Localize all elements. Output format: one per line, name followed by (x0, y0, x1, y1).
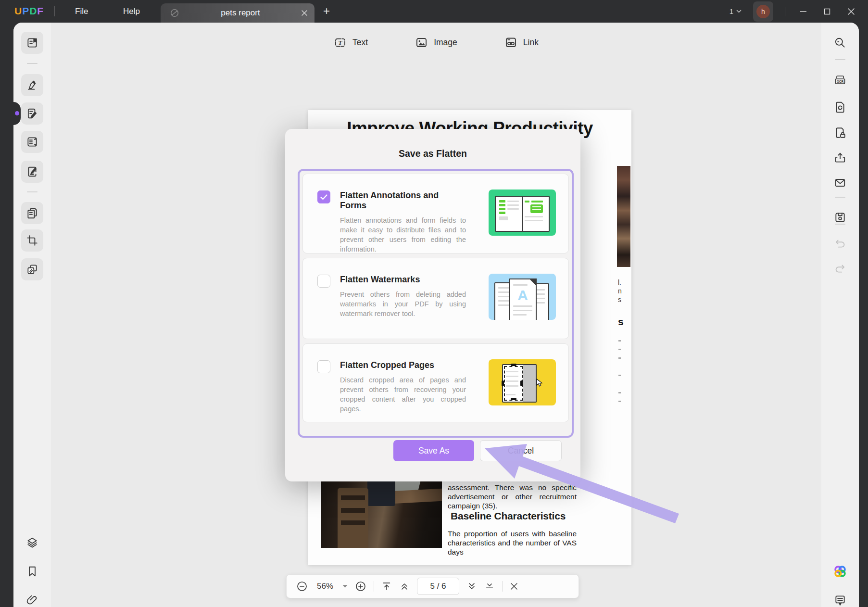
cancel-button[interactable]: Cancel (480, 440, 562, 461)
page-photo-sliver (617, 166, 630, 267)
chevron-down-icon (736, 10, 742, 13)
option-description: Flatten annotations and form fields to m… (340, 215, 466, 254)
titlebar: UPDF File Help pets report + 1 h (0, 0, 868, 23)
active-tool-dot (15, 111, 19, 115)
tab-title: pets report (180, 8, 301, 18)
rail-divider (835, 197, 845, 198)
zoom-in-icon[interactable] (355, 581, 366, 592)
zoom-level[interactable]: 56% (315, 582, 335, 591)
first-page-icon[interactable] (381, 581, 392, 592)
image-tool[interactable]: Image (415, 36, 457, 49)
option-description: Discard cropped area of pages and preven… (340, 375, 466, 414)
window-separator (785, 7, 785, 16)
titlebar-separator (54, 6, 55, 16)
cropped-pages-illustration (489, 359, 556, 405)
annotate-icon[interactable] (21, 74, 43, 96)
last-page-icon[interactable] (484, 581, 495, 592)
reader-mode-icon[interactable] (21, 32, 43, 54)
option-flatten-cropped-pages[interactable]: Flatten Cropped Pages Discard cropped ar… (302, 343, 569, 422)
undo-icon[interactable] (829, 232, 851, 254)
search-icon[interactable] (829, 32, 851, 54)
text-fragment: s (618, 316, 624, 328)
attachment-icon[interactable] (21, 589, 43, 607)
toolbar-divider (374, 581, 374, 592)
convert-icon[interactable] (829, 96, 851, 118)
updf-logo: UPDF (14, 5, 44, 17)
text-fragment (618, 392, 621, 393)
dialog-options-group: Flatten Annotations and Forms Flatten an… (298, 169, 574, 438)
next-page-icon[interactable] (466, 581, 477, 592)
save-icon[interactable] (829, 206, 851, 228)
text-fragment (618, 375, 621, 376)
zoom-dropdown-caret[interactable] (342, 584, 348, 588)
tab-close-icon[interactable] (301, 10, 308, 16)
right-tool-rail: OCR (821, 23, 859, 607)
page-paragraph: assessment. There was no specific advert… (448, 483, 577, 511)
previous-page-icon[interactable] (399, 581, 410, 592)
ai-assistant-icon[interactable] (829, 560, 851, 582)
feedback-icon[interactable] (829, 589, 851, 607)
organize-icon[interactable] (21, 131, 43, 153)
link-tool[interactable]: Link (504, 36, 539, 49)
zoom-out-icon[interactable] (296, 581, 308, 592)
rail-divider (835, 224, 845, 225)
bookmark-icon[interactable] (21, 560, 43, 582)
flatten-annotations-checkbox[interactable] (317, 190, 330, 203)
text-fragment (618, 349, 621, 350)
rail-divider (835, 59, 845, 60)
document-tab[interactable]: pets report (161, 3, 314, 23)
watermarks-illustration: A (489, 274, 556, 320)
page-heading: Baseline Characteristics (448, 510, 577, 522)
link-tool-icon (504, 36, 517, 49)
option-description: Prevent others from deleting added water… (340, 290, 466, 318)
crop-icon[interactable] (21, 229, 43, 252)
layers-icon[interactable] (21, 531, 43, 554)
slideshow-icon[interactable] (21, 258, 43, 280)
ocr-icon[interactable]: OCR (829, 69, 851, 91)
tab-pen-slash-icon (169, 8, 180, 18)
email-icon[interactable] (829, 172, 851, 194)
pages-copy-icon[interactable] (21, 202, 43, 224)
image-tool-icon (415, 36, 428, 49)
save-as-button[interactable]: Save As (393, 440, 474, 461)
edit-toolbar: T Text Image Link (51, 36, 821, 49)
page-paragraph: The proportion of users with baseline ch… (448, 530, 577, 557)
sign-icon[interactable] (21, 161, 43, 183)
option-flatten-annotations[interactable]: Flatten Annotations and Forms Flatten an… (302, 174, 569, 253)
flatten-watermarks-checkbox[interactable] (317, 275, 330, 288)
page-indicator[interactable]: 5 / 6 (417, 578, 459, 595)
text-fragment (618, 340, 621, 341)
option-title: Flatten Cropped Pages (340, 360, 466, 370)
cursor-icon (536, 379, 543, 389)
menu-help[interactable]: Help (116, 0, 147, 23)
rail-divider (27, 63, 38, 64)
option-title: Flatten Annotations and Forms (340, 190, 466, 211)
option-flatten-watermarks[interactable]: Flatten Watermarks Prevent others from d… (302, 258, 569, 339)
rail-divider (27, 191, 38, 192)
dialog-title: Save as Flatten (285, 148, 580, 159)
text-fragment: n (618, 287, 622, 295)
text-fragment: l. (618, 278, 621, 286)
maximize-button[interactable] (821, 5, 833, 18)
menu-file[interactable]: File (68, 0, 95, 23)
toolbar-divider (502, 581, 503, 592)
text-tool[interactable]: T Text (334, 36, 368, 49)
svg-text:T: T (339, 39, 343, 46)
page-navigation-toolbar: 56% 5 / 6 (286, 574, 579, 598)
svg-text:OCR: OCR (837, 80, 844, 83)
option-title: Flatten Watermarks (340, 275, 466, 285)
new-tab-button[interactable]: + (323, 4, 330, 18)
document-count-dropdown[interactable]: 1 (730, 7, 742, 15)
account-avatar[interactable]: h (753, 1, 773, 22)
text-fragment: s (618, 296, 621, 304)
redo-icon[interactable] (829, 257, 851, 279)
share-icon[interactable] (829, 147, 851, 169)
text-fragment (618, 357, 621, 359)
flatten-cropped-pages-checkbox[interactable] (317, 360, 330, 373)
edit-icon[interactable] (21, 102, 43, 125)
close-window-button[interactable] (845, 5, 857, 18)
minimize-button[interactable] (797, 5, 809, 18)
close-toolbar-icon[interactable] (510, 582, 518, 591)
annotations-illustration (489, 190, 556, 236)
protect-icon[interactable] (829, 122, 851, 144)
